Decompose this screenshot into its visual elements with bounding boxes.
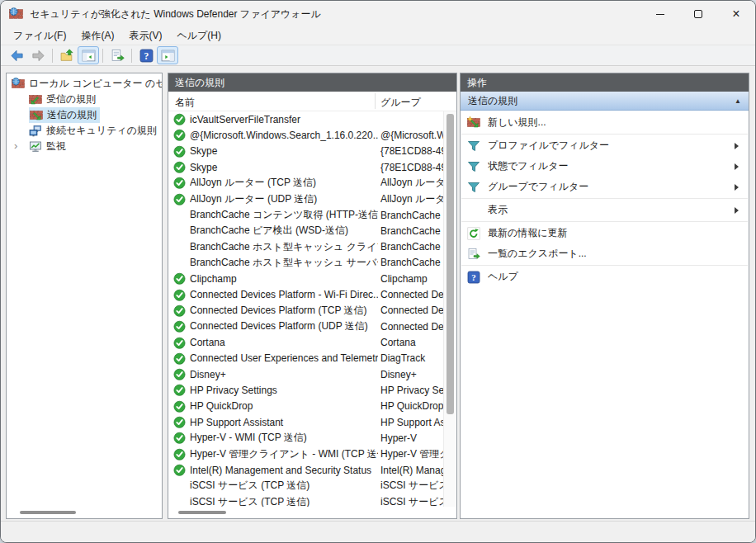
- menubar-item-1[interactable]: 操作(A): [73, 26, 121, 45]
- action-item-6[interactable]: 一覧のエクスポート...: [461, 243, 749, 264]
- action-item-3[interactable]: グループでフィルター: [461, 177, 749, 197]
- rule-row[interactable]: iSCSI サービス (TCP 送信)iSCSI サービス: [168, 478, 443, 493]
- rule-name: HP Privacy Settings: [190, 385, 378, 396]
- action-pane-toggle-button[interactable]: [157, 46, 178, 64]
- rule-group: BranchCache -: [380, 225, 443, 237]
- rule-row[interactable]: BranchCache ホスト型キャッシュ サーバー (HT...BranchC…: [168, 255, 443, 271]
- rule-row[interactable]: CortanaCortana: [168, 334, 443, 350]
- green-check-icon: [173, 161, 186, 173]
- toolbar-separator: [131, 49, 132, 63]
- action-item-1[interactable]: プロファイルでフィルター: [461, 135, 749, 156]
- rule-row[interactable]: AllJoyn ルーター (UDP 送信)AllJoyn ルーター: [168, 191, 443, 207]
- rule-name: Hyper-V 管理クライアント - WMI (TCP 送信): [190, 447, 378, 461]
- action-item-5[interactable]: 最新の情報に更新: [461, 223, 749, 243]
- no-status-icon: [173, 209, 186, 221]
- svg-text:?: ?: [471, 272, 476, 282]
- submenu-arrow-icon: [735, 207, 739, 214]
- chevron-right-icon[interactable]: ›: [14, 139, 17, 152]
- menubar-item-3[interactable]: ヘルプ(H): [169, 26, 229, 45]
- action-item-label: 表示: [488, 203, 735, 217]
- rule-row[interactable]: Skype{78E1CD88-49E: [168, 159, 443, 175]
- green-check-icon: [173, 129, 186, 141]
- rule-name: Connected Devices Platform (TCP 送信): [190, 304, 378, 318]
- rule-name: Hyper-V - WMI (TCP 送信): [190, 431, 378, 445]
- rule-row[interactable]: Connected Devices Platform (TCP 送信)Conne…: [168, 303, 443, 319]
- rule-row[interactable]: @{Microsoft.Windows.Search_1.16.0.220...…: [168, 127, 443, 143]
- console-tree-toggle-button[interactable]: [78, 46, 99, 64]
- export-list-icon: [467, 248, 480, 261]
- rule-group: Cortana: [380, 337, 443, 348]
- rule-row[interactable]: Hyper-V 管理クライアント - WMI (TCP 送信)Hyper-V 管…: [168, 446, 443, 462]
- back-button[interactable]: [6, 46, 27, 64]
- action-item-label: 最新の情報に更新: [488, 226, 739, 240]
- action-item-7[interactable]: ?ヘルプ: [461, 267, 749, 287]
- new-rule-icon: [467, 116, 480, 130]
- rule-row[interactable]: ClipchampClipchamp: [168, 271, 443, 286]
- tree-horizontal-scrollbar-thumb[interactable]: [20, 511, 76, 514]
- action-item-label: グループでフィルター: [488, 180, 735, 194]
- rules-list: icVaultServerFileTransfer@{Microsoft.Win…: [168, 111, 443, 507]
- action-item-4[interactable]: 表示: [461, 200, 749, 220]
- vertical-scrollbar-thumb[interactable]: [447, 114, 454, 414]
- column-header-name[interactable]: 名前: [175, 96, 195, 110]
- toolbar: ?: [1, 45, 755, 66]
- rule-group: Clipchamp: [380, 273, 443, 285]
- menubar-item-2[interactable]: 表示(V): [121, 26, 169, 45]
- rule-row[interactable]: BranchCache コンテンツ取得 (HTTP-送信)BranchCache…: [168, 207, 443, 223]
- list-horizontal-scrollbar-thumb[interactable]: [178, 511, 226, 514]
- action-item-0[interactable]: 新しい規則...: [461, 112, 749, 133]
- tree-item-1[interactable]: 送信の規則: [7, 107, 162, 123]
- rule-row[interactable]: HP Privacy SettingsHP Privacy Set: [168, 382, 443, 398]
- rule-row[interactable]: Connected Devices Platform - Wi-Fi Direc…: [168, 286, 443, 302]
- tree-item-2[interactable]: 接続セキュリティの規則: [7, 123, 162, 139]
- no-status-icon: [173, 479, 186, 492]
- help-button[interactable]: ?: [135, 46, 157, 64]
- rule-name: Skype: [190, 162, 378, 173]
- rule-row[interactable]: icVaultServerFileTransfer: [168, 111, 443, 127]
- collapse-arrow-icon[interactable]: ▲: [735, 97, 741, 105]
- maximize-button[interactable]: [679, 1, 717, 27]
- console-tree-panel: ローカル コンピューター のセキュリティが受信の規則送信の規則接続セキュリティの…: [6, 73, 163, 519]
- rule-name: BranchCache ホスト型キャッシュ サーバー (HT...: [190, 256, 378, 270]
- rule-row[interactable]: iSCSI サービス (TCP 送信)iSCSI サービス: [168, 494, 443, 508]
- rule-row[interactable]: Disney+Disney+: [168, 366, 443, 382]
- close-button[interactable]: ×: [717, 1, 755, 27]
- action-list: 新しい規則...プロファイルでフィルター状態でフィルターグループでフィルター表示…: [461, 111, 749, 287]
- rule-group: Connected Dev: [380, 289, 443, 300]
- tree-item-0[interactable]: 受信の規則: [7, 92, 162, 107]
- rule-row[interactable]: HP Support AssistantHP Support As: [168, 414, 443, 430]
- green-check-icon: [173, 193, 186, 205]
- rule-group: HP Support As: [380, 417, 443, 428]
- export-list-button[interactable]: [106, 46, 128, 64]
- rule-name: AllJoyn ルーター (UDP 送信): [190, 192, 378, 206]
- rule-row[interactable]: Connected User Experiences and Telemetry…: [168, 351, 443, 366]
- forward-button[interactable]: [27, 46, 49, 64]
- menubar-item-0[interactable]: ファイル(F): [6, 26, 73, 45]
- column-separator[interactable]: [375, 93, 376, 109]
- rule-row[interactable]: BranchCache ピア検出 (WSD-送信)BranchCache -: [168, 223, 443, 238]
- actions-section-header[interactable]: 送信の規則 ▲: [461, 92, 749, 111]
- app-window: セキュリティが強化された Windows Defender ファイアウォール ×…: [0, 0, 756, 543]
- rule-row[interactable]: Hyper-V - WMI (TCP 送信)Hyper-V: [168, 430, 443, 446]
- rule-row[interactable]: BranchCache ホスト型キャッシュ クライアント (...BranchC…: [168, 239, 443, 255]
- rule-group: BranchCache -: [380, 257, 443, 268]
- action-item-2[interactable]: 状態でフィルター: [461, 156, 749, 177]
- app-icon: [9, 7, 23, 21]
- rule-row[interactable]: Connected Devices Platform (UDP 送信)Conne…: [168, 319, 443, 334]
- rule-row[interactable]: AllJoyn ルーター (TCP 送信)AllJoyn ルーター: [168, 175, 443, 191]
- show-window-button[interactable]: [56, 46, 78, 64]
- rule-row[interactable]: Skype{78E1CD88-49E: [168, 144, 443, 159]
- console-tree: ローカル コンピューター のセキュリティが受信の規則送信の規則接続セキュリティの…: [7, 73, 162, 154]
- divider: [461, 221, 748, 222]
- rule-group: BranchCache -: [380, 241, 443, 253]
- rule-group: Connected Dev: [380, 321, 443, 333]
- rule-row[interactable]: Intel(R) Management and Security StatusI…: [168, 462, 443, 478]
- column-header-group[interactable]: グループ: [380, 96, 421, 110]
- action-item-label: 新しい規則...: [488, 116, 739, 130]
- rule-row[interactable]: HP QuickDropHP QuickDrop: [168, 399, 443, 414]
- tree-item-3[interactable]: ›監視: [7, 139, 162, 154]
- vertical-scrollbar[interactable]: [443, 111, 456, 507]
- rule-name: BranchCache ホスト型キャッシュ クライアント (...: [190, 240, 378, 254]
- tree-item-root[interactable]: ローカル コンピューター のセキュリティが: [7, 76, 162, 92]
- minimize-button[interactable]: [641, 1, 679, 27]
